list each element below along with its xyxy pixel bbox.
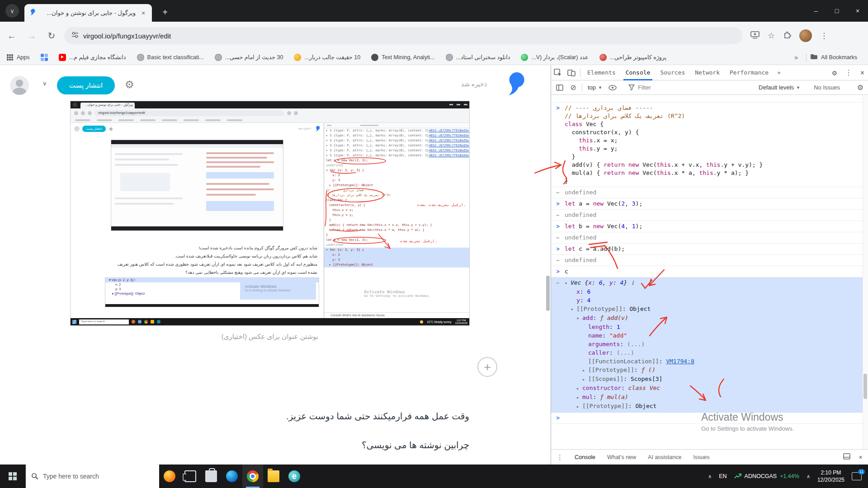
tab-search-button[interactable]: ∨ [5, 4, 19, 18]
start-button[interactable] [0, 465, 25, 488]
bookmark-item[interactable]: Apps [6, 54, 30, 61]
disclosure-triangle-icon[interactable]: ▸ [576, 393, 582, 402]
issues-counter[interactable]: No Issues [814, 84, 840, 91]
console-filter-input[interactable]: Filter [626, 83, 734, 93]
language-indicator[interactable]: EN [719, 473, 726, 479]
bookmark-item[interactable]: Text Mining, Analyti... [371, 54, 434, 61]
reload-button[interactable]: ↻ [43, 28, 60, 44]
taskbar-search-box[interactable]: Type here to search [25, 465, 159, 488]
inspect-element-icon[interactable] [551, 65, 565, 80]
tray-chevron-icon[interactable]: ∧ [807, 474, 810, 479]
default-levels-dropdown[interactable]: Default levels▼ [759, 84, 800, 91]
bookmark-item[interactable] [41, 54, 48, 61]
bookmark-item[interactable]: 10 حقیقت جالب دربار... [294, 54, 360, 61]
tab-close-icon[interactable]: × [139, 9, 147, 17]
device-toolbar-icon[interactable] [565, 65, 578, 80]
add-block-button[interactable]: + [477, 357, 497, 377]
bookmark-item[interactable]: دانلود سخنرانی استاد... [446, 54, 510, 61]
publish-post-button[interactable]: انتشار پست [57, 76, 115, 94]
post-settings-gear-icon[interactable]: ⚙ [125, 79, 134, 91]
embedded-screenshot[interactable]: ویرگول - جایی برای نوشتن و خوان... virgo… [71, 101, 469, 325]
drawer-tab-ai-assistance[interactable]: AI assistance [642, 450, 687, 465]
profile-avatar[interactable] [799, 29, 812, 42]
devtools-menu-icon[interactable]: ⋮ [845, 68, 852, 77]
edge-blue-taskbar-button[interactable] [222, 465, 242, 488]
disclosure-triangle-icon[interactable]: ▾ [565, 279, 571, 287]
disclosure-triangle-icon[interactable]: ▸ [576, 402, 582, 411]
bookmark-item[interactable]: 30 حدیث از امام حسی... [215, 54, 283, 61]
devtools-tab-sources[interactable]: Sources [655, 65, 690, 80]
console-message[interactable]: >let b = new Vec(4, 1); [551, 221, 868, 232]
devtools-tab-console[interactable]: Console [621, 65, 656, 80]
more-tabs-button[interactable]: » [774, 69, 784, 76]
devtools-close-icon[interactable]: × [860, 69, 864, 77]
disclosure-triangle-icon[interactable]: ▾ [571, 305, 576, 314]
drawer-close-icon[interactable]: × [859, 453, 863, 461]
mini-saved-status: ذخیره شد [298, 127, 311, 130]
clear-console-icon[interactable]: ⊘ [566, 80, 580, 95]
console-settings-gear-icon[interactable]: ⚙ [857, 83, 863, 92]
live-expression-eye-icon[interactable] [606, 80, 619, 95]
browser-menu-icon[interactable]: ⋮ [820, 31, 828, 41]
bookmark-item[interactable]: دانشگاه مجازی فیلم م... [59, 54, 126, 61]
bookmarks-overflow-button[interactable]: » [790, 54, 802, 61]
back-button[interactable]: ← [4, 28, 20, 44]
browser-tab[interactable]: ویرگول - جایی برای نوشتن و خوان... × [24, 4, 152, 22]
chevron-down-icon[interactable]: ∨ [42, 80, 47, 87]
virgool-logo[interactable] [505, 71, 526, 99]
devtools-tab-elements[interactable]: Elements [582, 65, 621, 80]
edge-legacy-taskbar-button[interactable]: e [284, 465, 305, 488]
chrome-taskbar-button[interactable] [242, 465, 263, 488]
console-message[interactable]: > [551, 413, 868, 424]
drawer-menu-icon[interactable]: ⋮ [551, 453, 569, 461]
console-message[interactable]: >// ---- فضای برداری -----// تعریف یک کل… [551, 103, 868, 187]
site-settings-icon[interactable] [71, 32, 79, 40]
address-bar[interactable]: virgool.io/p/fungx1uayyvr/edit [64, 27, 742, 44]
maximize-button[interactable]: □ [826, 0, 847, 22]
minimize-button[interactable]: – [806, 0, 826, 22]
devtools-tab-network[interactable]: Network [690, 65, 725, 80]
drawer-tab-what-s-new[interactable]: What's new [601, 450, 642, 465]
taskbar-clock[interactable]: 2:10 PM 12/20/2025 [817, 469, 844, 483]
all-bookmarks-button[interactable]: All Bookmarks [810, 54, 862, 61]
mini-console-lines: ▸ S {type: P, attrs: {…}, marks: Array(0… [324, 128, 469, 267]
disclosure-triangle-icon[interactable]: ▸ [576, 384, 582, 393]
file-explorer-taskbar-button[interactable] [263, 465, 284, 488]
disclosure-triangle-icon[interactable]: ▸ [582, 375, 588, 384]
disclosure-triangle-icon[interactable]: ▸ [582, 366, 588, 375]
extensions-puzzle-icon[interactable] [783, 31, 791, 41]
post-paragraph[interactable]: چرابین نوشته ها می نویسی؟ [72, 438, 469, 452]
console-message[interactable]: >let c = a.add(b); [551, 244, 868, 255]
notification-center-icon[interactable]: 11 [852, 472, 862, 480]
install-app-icon[interactable] [750, 31, 760, 41]
devtools-settings-gear-icon[interactable]: ⚙ [832, 68, 837, 77]
news-ticker[interactable]: ADNOCGAS +1.44% [734, 473, 799, 479]
drawer-dock-icon[interactable] [843, 453, 850, 461]
bookmark-item[interactable]: Basic text classificati... [137, 54, 204, 61]
bookmark-item[interactable]: عدد (Scalar)، بردار (V... [521, 54, 588, 61]
bookmark-item[interactable]: پروژه کامپیوتر طراحی... [599, 54, 667, 61]
image-caption-placeholder[interactable]: نوشتن عنوان برای عکس (اختیاری) [71, 333, 469, 341]
forward-button[interactable]: → [24, 28, 40, 44]
firefox-taskbar-button[interactable] [159, 465, 180, 488]
new-tab-button[interactable]: + [158, 5, 172, 19]
user-avatar[interactable] [10, 76, 29, 95]
mini-bookmarks-bar [71, 117, 469, 123]
devtools-tab-performance[interactable]: Performance [725, 65, 774, 80]
editor-scrollbar[interactable] [546, 276, 550, 311]
close-button[interactable]: × [847, 0, 868, 22]
disclosure-triangle-icon[interactable]: ▾ [576, 314, 582, 323]
context-selector[interactable]: top▼ [588, 84, 602, 91]
hidden-icons-chevron-icon[interactable]: ∧ [708, 474, 712, 479]
console-message[interactable]: >let a = new Vec(2, 3); [551, 198, 868, 210]
bookmark-star-icon[interactable]: ☆ [768, 31, 775, 41]
console-scrollbar-thumb[interactable] [863, 374, 867, 399]
console-message[interactable]: >c [551, 266, 868, 277]
drawer-tab-issues[interactable]: Issues [687, 450, 715, 465]
store-taskbar-button[interactable] [201, 465, 222, 488]
url-text[interactable]: virgool.io/p/fungx1uayyvr/edit [83, 32, 171, 40]
drawer-tab-console[interactable]: Console [569, 450, 601, 465]
task-view-taskbar-button[interactable] [180, 465, 201, 488]
console-sidebar-icon[interactable] [553, 80, 566, 95]
post-paragraph[interactable]: وقت عمل همه فرارمیکنند حتی شما دوست عزیز… [72, 409, 469, 423]
